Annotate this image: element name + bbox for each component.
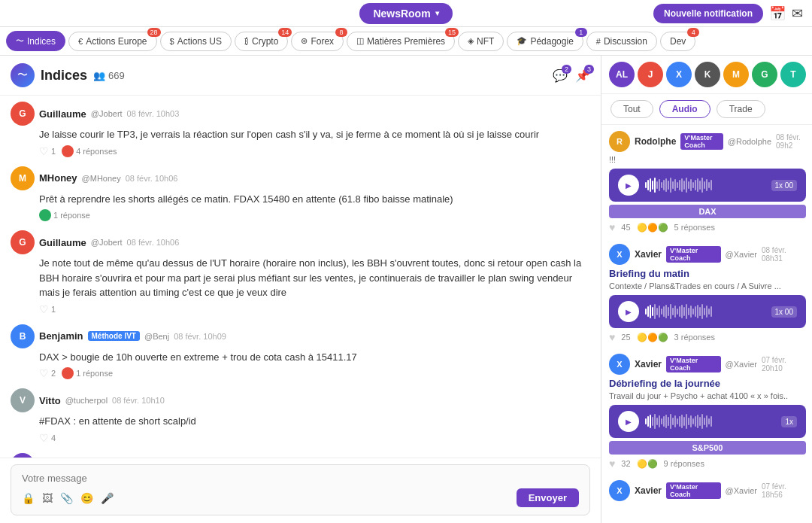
avatar: X	[609, 244, 630, 265]
reaction-count: 32	[621, 459, 630, 468]
tab-trade[interactable]: Trade	[717, 100, 765, 118]
speed-badge: 1x 00	[771, 180, 797, 191]
avatar: B	[11, 324, 35, 348]
right-panel: AL J X K M G T Tout Audio Trade R Rodolp…	[601, 56, 812, 523]
channel-actions: 💬 2 📌 3	[553, 68, 590, 83]
audio-msg-header: R Rodolphe V'Master Coach @Rodolphe 08 f…	[609, 131, 806, 152]
play-button[interactable]: ▶	[618, 175, 639, 196]
message-input-wrapper: 🔒 🖼 📎 😊 🎤 Envoyer	[11, 464, 590, 515]
audio-time: 08 févr. 08h31	[762, 246, 806, 263]
avatar: T	[780, 62, 806, 87]
tab-tout[interactable]: Tout	[611, 100, 653, 118]
heart-reaction[interactable]: ♡2	[39, 367, 56, 379]
reply-link[interactable]: 5 réponses	[674, 223, 715, 232]
reply-link[interactable]: 4 réponses	[62, 145, 117, 157]
user-tag: @MHoney	[82, 174, 121, 183]
nft-icon: ◈	[468, 36, 474, 46]
channel-logo: 〜	[11, 63, 35, 87]
heart-icon[interactable]: ♥	[609, 221, 615, 233]
member-count: 👥 669	[93, 70, 125, 81]
emoji-reactions: 🟡🟠🟢	[637, 333, 668, 342]
top-right-actions: Nouvelle notification 📅 ✉	[653, 4, 803, 23]
reaction-count: 25	[621, 333, 630, 342]
input-area: 🔒 🖼 📎 😊 🎤 Envoyer	[0, 458, 601, 523]
list-item: B Benjamin Méthode IVT @Benj 08 févr. 10…	[11, 324, 590, 380]
messages-area[interactable]: G Guillaume @Jobert 08 févr. 10h03 Je la…	[0, 96, 601, 458]
newsroom-button[interactable]: NewsRoom ▾	[359, 3, 452, 24]
reply-link[interactable]: 1 réponse	[39, 209, 90, 221]
calendar-icon[interactable]: 📅	[769, 5, 786, 22]
tab-dev[interactable]: Dev 4	[660, 32, 695, 51]
audio-player[interactable]: ▶ 1x	[609, 405, 806, 438]
heart-icon[interactable]: ♥	[609, 458, 615, 470]
tab-nft[interactable]: ◈ NFT	[458, 32, 504, 51]
audio-tabs: Tout Audio Trade	[601, 94, 812, 125]
waveform	[645, 176, 765, 194]
matieres-icon: ◫	[356, 36, 364, 46]
message-header: V Vitto @tucherpol 08 févr. 10h10	[11, 388, 590, 412]
heart-reaction[interactable]: ♡1	[39, 303, 56, 315]
audio-title: Débriefing de la journée	[609, 378, 806, 389]
audio-time: 07 févr. 18h56	[762, 482, 806, 499]
tab-matieres[interactable]: ◫ Matières Premières 15	[347, 32, 455, 51]
tab-actions-europe[interactable]: € Actions Europe 28	[68, 32, 157, 51]
message-content: Je laisse courir le TP3, je verrais la r…	[39, 127, 590, 142]
audio-player[interactable]: ▶ 1x 00	[609, 295, 806, 328]
pin-icon-button[interactable]: 📌 3	[575, 68, 590, 83]
avatar: AL	[609, 62, 635, 87]
attachment-icon[interactable]: 📎	[60, 492, 73, 504]
mic-icon[interactable]: 🎤	[101, 492, 114, 504]
avatar: G	[752, 62, 777, 87]
tab-crypto[interactable]: ₿ Crypto 14	[235, 32, 288, 51]
audio-subtitle: Contexte / Plans&Trades en cours / A Sui…	[609, 281, 806, 290]
list-item: V Vitto @tucherpol 08 févr. 10h10 #FDAX …	[11, 388, 590, 444]
tab-indices[interactable]: 〜 Indices	[6, 31, 65, 51]
reply-link[interactable]: 3 réponses	[674, 333, 715, 342]
tab-forex[interactable]: ⊛ Forex 8	[291, 32, 344, 51]
tab-discussion[interactable]: # Discussion	[586, 32, 657, 51]
tab-actions-us[interactable]: $ Actions US	[160, 32, 232, 51]
heart-icon[interactable]: ♥	[609, 331, 615, 343]
nouvelle-notification-button[interactable]: Nouvelle notification	[653, 4, 763, 23]
coach-badge: V'Master Coach	[680, 133, 723, 150]
nav-tabs: 〜 Indices € Actions Europe 28 $ Actions …	[0, 27, 812, 56]
emoji-icon[interactable]: 😊	[80, 492, 93, 504]
message-time: 08 févr. 10h03	[127, 109, 180, 118]
coach-badge: V'Master Coach	[666, 356, 721, 372]
tab-actions-europe-label: Actions Europe	[86, 36, 147, 47]
message-input[interactable]	[22, 473, 579, 484]
tab-pedagogie[interactable]: 🎓 Pédagogie 1	[507, 32, 583, 51]
mail-icon[interactable]: ✉	[792, 5, 803, 22]
play-icon: ▶	[626, 418, 632, 426]
heart-reaction[interactable]: ♡1	[39, 145, 56, 157]
user-tag: @tucherpol	[65, 396, 108, 405]
list-item: R Rodolphe V'Master Coach @Rodolphe 08 f…	[609, 131, 806, 233]
image-icon[interactable]: 🖼	[42, 492, 53, 504]
username: MHoney	[39, 172, 77, 184]
list-item: X Xavier V'Master Coach @Xavier 07 févr.…	[609, 480, 806, 501]
audio-content: !!!	[609, 155, 806, 164]
play-button[interactable]: ▶	[618, 411, 639, 432]
send-button[interactable]: Envoyer	[517, 488, 579, 507]
play-icon: ▶	[626, 308, 632, 316]
audio-player[interactable]: ▶ 1x 00	[609, 169, 806, 202]
message-time: 08 févr. 10h06	[126, 174, 178, 183]
right-reactions: ♥ 45 🟡🟠🟢 5 réponses	[609, 221, 806, 233]
audio-user-tag: @Xavier	[726, 486, 757, 495]
avatar: K	[695, 62, 720, 87]
matieres-badge: 15	[445, 28, 459, 37]
audio-subtitle: Travail du jour + Psycho + achat 4100 « …	[609, 391, 806, 400]
forex-badge: 8	[335, 28, 347, 37]
play-button[interactable]: ▶	[618, 301, 639, 322]
right-messages-area[interactable]: R Rodolphe V'Master Coach @Rodolphe 08 f…	[601, 125, 812, 523]
heart-reaction[interactable]: ♡4	[39, 432, 56, 444]
reactions: 1 réponse	[39, 209, 590, 221]
audio-time: 07 févr. 20h10	[762, 356, 806, 372]
lock-icon[interactable]: 🔒	[22, 492, 35, 504]
reply-link[interactable]: 1 réponse	[62, 367, 113, 379]
reply-link[interactable]: 9 réponses	[664, 459, 704, 468]
tab-forex-label: Forex	[311, 36, 334, 47]
tab-audio[interactable]: Audio	[659, 100, 710, 118]
chat-icon-button[interactable]: 💬 2	[553, 68, 568, 83]
reactions: ♡1	[39, 303, 590, 315]
